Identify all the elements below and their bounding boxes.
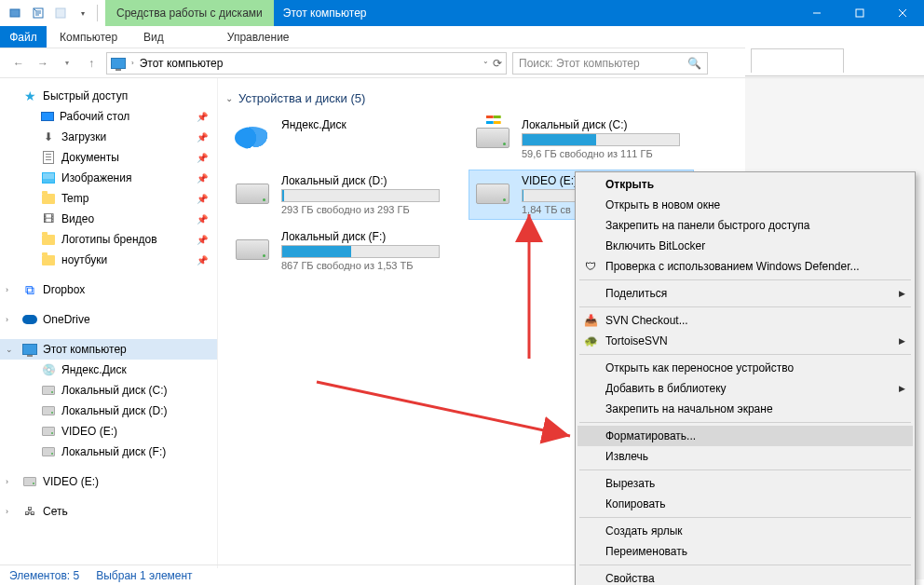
qat-icon-properties[interactable]: [28, 3, 48, 23]
pin-icon: 📌: [197, 235, 208, 245]
sidebar-item-label: Рабочий стол: [60, 110, 129, 123]
address-bar[interactable]: › Этот компьютер ⌄ ⟳: [106, 52, 507, 75]
qat-icon-blank[interactable]: [50, 3, 71, 23]
qat-dropdown[interactable]: ▾: [73, 3, 93, 23]
ctx-label: Открыть в новом окне: [605, 198, 720, 211]
tortoise-icon: 🐢: [583, 333, 598, 348]
forward-button[interactable]: →: [34, 54, 52, 73]
address-dropdown-icon[interactable]: ⌄: [482, 57, 489, 70]
shield-icon: 🛡: [583, 259, 598, 274]
downloads-icon: ⬇: [41, 129, 56, 144]
pin-icon: 📌: [197, 173, 208, 184]
sidebar-dropbox[interactable]: ›⧉Dropbox: [0, 279, 217, 300]
drive-icon: [22, 474, 37, 489]
sidebar-item-label: Быстрый доступ: [43, 89, 128, 102]
sidebar-item-label: OneDrive: [43, 313, 90, 326]
drive-icon: [41, 424, 56, 439]
drive-icon: [41, 444, 56, 459]
ribbon-view-tab[interactable]: Вид: [130, 26, 177, 48]
ctx-cut[interactable]: Вырезать: [578, 473, 913, 494]
svg-rect-2: [56, 8, 65, 18]
ctx-label: Закрепить на панели быстрого доступа: [605, 219, 810, 232]
group-header-devices[interactable]: ⌄ Устройства и диски (5): [222, 88, 924, 115]
sidebar-item-logos[interactable]: Логотипы брендов📌: [0, 229, 217, 250]
sidebar-item-desktop[interactable]: Рабочий стол📌: [0, 106, 217, 127]
ctx-pin-start[interactable]: Закрепить на начальном экране: [578, 399, 913, 419]
ctx-copy[interactable]: Копировать: [578, 494, 913, 514]
sidebar-network[interactable]: ›🖧Сеть: [0, 501, 217, 522]
ribbon-file-tab[interactable]: Файл: [0, 26, 47, 48]
ctx-properties[interactable]: Свойства: [578, 568, 913, 585]
pin-icon: 📌: [197, 153, 208, 163]
ctx-pin-quick-access[interactable]: Закрепить на панели быстрого доступа: [578, 215, 913, 236]
drive-tile-d[interactable]: Локальный диск (D:) 293 ГБ свободно из 2…: [229, 170, 453, 219]
svn-icon: 📥: [583, 313, 598, 328]
ctx-label: SVN Checkout...: [605, 314, 688, 327]
separator: [579, 354, 911, 355]
minimize-button[interactable]: [795, 0, 838, 26]
ribbon-computer-tab[interactable]: Компьютер: [47, 26, 130, 48]
sidebar-item-video-e[interactable]: VIDEO (E:): [0, 421, 217, 442]
search-input[interactable]: Поиск: Этот компьютер 🔍: [512, 52, 708, 75]
maximize-button[interactable]: [838, 0, 881, 26]
sidebar-item-pictures[interactable]: Изображения📌: [0, 168, 217, 188]
drive-tile-yandex[interactable]: Яндекс.Диск: [229, 115, 453, 163]
sidebar-item-notebooks[interactable]: ноутбуки📌: [0, 250, 217, 270]
ctx-label: Включить BitLocker: [605, 239, 705, 252]
network-icon: 🖧: [22, 504, 37, 519]
sidebar-item-video[interactable]: 🎞Видео📌: [0, 209, 217, 229]
sidebar-item-yandex-disk[interactable]: 💿Яндекс.Диск: [0, 360, 217, 380]
close-button[interactable]: [881, 0, 924, 26]
sidebar-item-disk-c[interactable]: Локальный диск (C:): [0, 380, 217, 401]
this-pc-icon: [22, 344, 37, 355]
group-header-label: Устройства и диски (5): [238, 91, 365, 105]
ctx-open-portable[interactable]: Открыть как переносное устройство: [578, 358, 913, 378]
separator: [579, 517, 911, 518]
ctx-share[interactable]: Поделиться▶: [578, 283, 913, 304]
ctx-open[interactable]: Открыть: [578, 174, 913, 195]
drive-tile-c[interactable]: Локальный диск (C:) 59,6 ГБ свободно из …: [469, 115, 693, 163]
chevron-right-icon: ›: [6, 315, 8, 324]
ctx-defender[interactable]: 🛡Проверка с использованием Windows Defen…: [578, 256, 913, 277]
pin-icon: 📌: [197, 214, 208, 224]
up-button[interactable]: ↑: [82, 54, 101, 73]
sidebar-item-label: VIDEO (E:): [61, 425, 117, 438]
ctx-eject[interactable]: Извлечь: [578, 446, 913, 467]
window-title: Этот компьютер: [274, 0, 795, 26]
sidebar-item-documents[interactable]: Документы📌: [0, 147, 217, 168]
capacity-bar: [281, 245, 440, 258]
ctx-bitlocker[interactable]: Включить BitLocker: [578, 236, 913, 256]
folder-icon: [41, 252, 56, 267]
chevron-right-icon: ›: [6, 507, 8, 516]
ctx-label: TortoiseSVN: [605, 334, 668, 347]
ctx-open-new-window[interactable]: Открыть в новом окне: [578, 195, 913, 215]
ctx-svn-checkout[interactable]: 📥SVN Checkout...: [578, 310, 913, 331]
ctx-format[interactable]: Форматировать...: [578, 426, 913, 446]
sidebar-item-disk-d[interactable]: Локальный диск (D:): [0, 401, 217, 421]
ctx-label: Добавить в библиотеку: [605, 382, 727, 395]
ctx-create-shortcut[interactable]: Создать ярлык: [578, 521, 913, 541]
sidebar-item-video-e-2[interactable]: ›VIDEO (E:): [0, 471, 217, 492]
drive-tile-f[interactable]: Локальный диск (F:) 867 ГБ свободно из 1…: [229, 226, 453, 275]
sidebar-item-label: Документы: [61, 151, 119, 164]
ribbon-manage-tab[interactable]: Управление: [214, 26, 303, 48]
sidebar-onedrive[interactable]: ›OneDrive: [0, 309, 217, 330]
background-window-top: [745, 26, 924, 76]
ctx-rename[interactable]: Переименовать: [578, 541, 913, 562]
qat-icon-previous[interactable]: [6, 3, 26, 23]
sidebar-item-temp[interactable]: Temp📌: [0, 188, 217, 209]
capacity-text: 293 ГБ свободно из 293 ГБ: [281, 204, 449, 215]
sidebar-item-disk-f[interactable]: Локальный диск (F:): [0, 442, 217, 462]
back-button[interactable]: ←: [9, 54, 28, 73]
ribbon-contextual-tab-disk-tools: Средства работы с дисками: [105, 0, 274, 26]
recent-dropdown[interactable]: ▾: [58, 54, 76, 73]
documents-icon: [41, 150, 56, 165]
ctx-tortoise-svn[interactable]: 🐢TortoiseSVN▶: [578, 331, 913, 351]
chevron-down-icon: ⌄: [225, 93, 233, 103]
sidebar-quick-access[interactable]: ★Быстрый доступ: [0, 86, 217, 106]
sidebar-item-downloads[interactable]: ⬇Загрузки📌: [0, 127, 217, 147]
separator: [579, 422, 911, 423]
sidebar-this-pc[interactable]: ⌄Этот компьютер: [0, 339, 217, 360]
refresh-icon[interactable]: ⟳: [493, 57, 502, 70]
ctx-add-library[interactable]: Добавить в библиотеку▶: [578, 378, 913, 399]
